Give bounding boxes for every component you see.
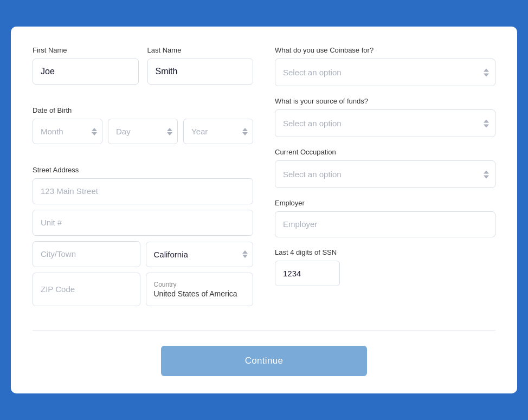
street-input[interactable] xyxy=(33,178,253,204)
city-state-row: California AlabamaAlaskaArizona Arkansas… xyxy=(33,241,253,267)
street-address-group: Street Address California AlabamaAlaskaA… xyxy=(33,166,253,306)
name-row: First Name Last Name xyxy=(33,46,253,95)
right-column: What do you use Coinbase for? Select an … xyxy=(275,46,495,317)
funds-select[interactable]: Select an option Salary Business Income … xyxy=(275,109,495,137)
employer-group: Employer xyxy=(275,199,495,237)
year-wrapper: Year 2005200420032002 2001200019991998 1… xyxy=(183,119,253,144)
left-column: First Name Last Name Date of Birth Month… xyxy=(33,46,253,317)
coinbase-label: What do you use Coinbase for? xyxy=(275,46,495,54)
divider xyxy=(33,330,495,331)
day-select[interactable]: Day 12345 678910 1112131415 1617181920 2… xyxy=(108,119,178,144)
country-label: Country xyxy=(154,281,246,288)
state-wrapper: California AlabamaAlaskaArizona Arkansas… xyxy=(146,241,254,267)
dob-label: Date of Birth xyxy=(33,106,253,114)
ssn-input[interactable] xyxy=(275,261,340,286)
zip-input[interactable] xyxy=(33,273,140,306)
employer-label: Employer xyxy=(275,199,495,207)
zip-country-row: Country United States of America xyxy=(33,273,253,306)
form-modal: First Name Last Name Date of Birth Month… xyxy=(11,27,517,393)
last-name-input[interactable] xyxy=(147,59,254,85)
employer-input[interactable] xyxy=(275,211,495,237)
day-wrapper: Day 12345 678910 1112131415 1617181920 2… xyxy=(108,119,178,144)
occupation-select-wrapper: Select an option Employee Self-Employed … xyxy=(275,160,495,188)
dob-group: Date of Birth Month JanuaryFebruaryMarch… xyxy=(33,106,253,155)
form-layout: First Name Last Name Date of Birth Month… xyxy=(33,46,495,317)
last-name-label: Last Name xyxy=(147,46,254,54)
coinbase-use-group: What do you use Coinbase for? Select an … xyxy=(275,46,495,86)
first-name-label: First Name xyxy=(33,46,139,54)
unit-input[interactable] xyxy=(33,210,253,236)
first-name-input[interactable] xyxy=(33,59,139,85)
country-display: Country United States of America xyxy=(146,273,254,306)
funds-label: What is your source of funds? xyxy=(275,97,495,105)
country-value: United States of America xyxy=(154,289,246,298)
state-select[interactable]: California AlabamaAlaskaArizona Arkansas… xyxy=(146,242,254,267)
funds-group: What is your source of funds? Select an … xyxy=(275,97,495,137)
coinbase-select[interactable]: Select an option Trading Investing Payme… xyxy=(275,59,495,86)
occupation-group: Current Occupation Select an option Empl… xyxy=(275,148,495,188)
continue-button-wrapper: Continue xyxy=(33,346,495,376)
year-select[interactable]: Year 2005200420032002 2001200019991998 1… xyxy=(183,119,253,144)
continue-button[interactable]: Continue xyxy=(161,346,367,376)
month-select[interactable]: Month JanuaryFebruaryMarch AprilMayJune … xyxy=(33,119,102,144)
funds-select-wrapper: Select an option Salary Business Income … xyxy=(275,109,495,137)
month-wrapper: Month JanuaryFebruaryMarch AprilMayJune … xyxy=(33,119,102,144)
ssn-label: Last 4 digits of SSN xyxy=(275,248,495,256)
dob-row: Month JanuaryFebruaryMarch AprilMayJune … xyxy=(33,119,253,144)
occupation-select[interactable]: Select an option Employee Self-Employed … xyxy=(275,160,495,188)
street-label: Street Address xyxy=(33,166,253,174)
city-input[interactable] xyxy=(33,241,140,267)
first-name-group: First Name xyxy=(33,46,139,85)
occupation-label: Current Occupation xyxy=(275,148,495,156)
ssn-group: Last 4 digits of SSN xyxy=(275,248,495,286)
last-name-group: Last Name xyxy=(147,46,254,85)
coinbase-select-wrapper: Select an option Trading Investing Payme… xyxy=(275,59,495,86)
